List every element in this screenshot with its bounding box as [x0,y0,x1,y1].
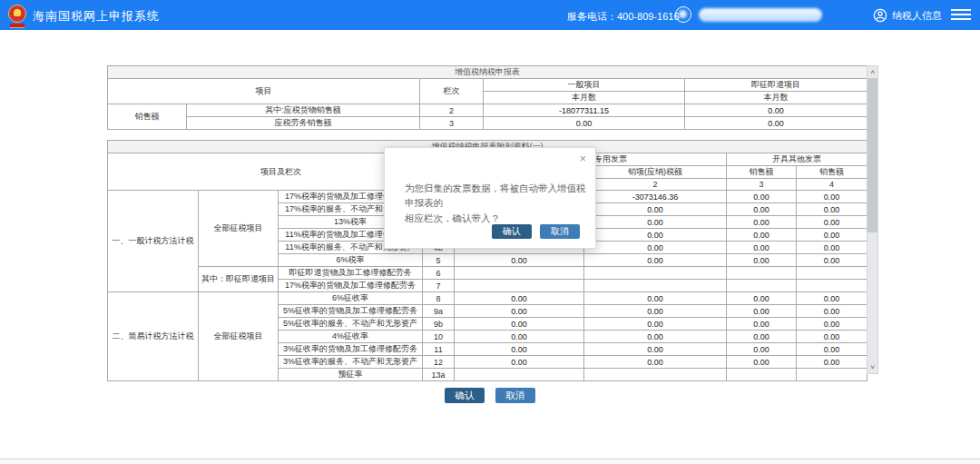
t2-cell-value: 0.00 [584,343,727,356]
t2-cell-value: 0.00 [584,292,727,305]
t2-cell-value: 0.00 [727,229,797,242]
import-confirm-dialog: × 为您归集的发票数据，将被自动带入增值税申报表的 相应栏次，确认带入？ 确认 … [384,147,596,249]
t1-header-month: 本月数 [685,92,867,104]
taxpayer-info-button[interactable]: 纳税人信息 [873,7,942,24]
t2-cell-value: 0.00 [727,292,797,305]
page-actions: 确认 取消 [0,388,980,403]
t2-cell-value [727,369,797,381]
page: 海南国税网上申报系统 服务电话：400-809-1616 纳税人信息 增值税纳税… [0,0,980,464]
hamburger-menu-button[interactable] [951,9,971,21]
scroll-up-icon[interactable]: ˄ [867,66,877,78]
t2-cell-value: 0.00 [797,216,867,229]
cancel-button[interactable]: 取消 [495,388,535,403]
dialog-cancel-button[interactable]: 取消 [540,224,580,239]
vertical-scrollbar[interactable]: ˄ ˅ [867,65,878,374]
vat-return-table: 增值税纳税申报表 项目 栏次 一般项目 即征即退项目 本月数 本月数 销售额 其… [107,65,867,130]
t2-cell-value: 0.00 [727,191,797,203]
t2-cell-value: 0.00 [797,191,867,203]
t1-row-label: 应税劳务销售额 [187,117,420,130]
t2-row-subcategory: 其中：即征即退项目 [199,267,279,292]
t2-cell-value: 0.00 [584,305,727,318]
dialog-message: 为您归集的发票数据，将被自动带入增值税申报表的 相应栏次，确认带入？ [405,181,586,225]
t1-cell-value: 0.00 [685,104,867,117]
t2-cell-value [584,267,727,280]
table-row: 应税劳务销售额 3 0.00 0.00 [108,117,867,130]
t2-row-label: 6%税率 [279,254,423,267]
t2-cell-value: 0.00 [455,343,584,356]
table-row: 销售额 其中:应税货物销售额 2 -18077311.15 0.00 [108,104,867,117]
t2-col-number: 2 [584,179,727,191]
t2-row-label: 3%征收率的货物及加工修理修配劳务 [279,343,423,356]
t2-cell-value [797,369,867,381]
t2-row-label: 5%征收率的服务、不动产和无形资产 [279,318,423,331]
service-phone: 服务电话：400-809-1616 [567,10,680,24]
confirm-button[interactable]: 确认 [445,388,485,403]
t2-cell-value: 0.00 [797,242,867,254]
t2-cell-value: 0.00 [797,356,867,369]
t2-cell-value: 0.00 [584,242,727,254]
t1-cell-value: 0.00 [685,117,867,130]
t2-row-subcategory: 全部征税项目 [199,292,279,381]
t2-cell-value [797,280,867,292]
t2-cell-value: 0.00 [455,254,584,267]
t2-cell-value [455,267,584,280]
close-icon[interactable]: × [579,153,586,164]
t2-cell-value: 0.00 [455,292,584,305]
t2-cell-value: 0.00 [584,203,727,216]
t2-col-no: 12 [423,356,455,369]
tax-emblem-logo [8,5,26,23]
t2-col-no: 6 [423,267,455,280]
t2-cell-value [584,369,727,381]
org-badge-icon [675,6,691,23]
t2-cell-value: -3073146.36 [584,191,727,203]
t2-cell-value: 0.00 [727,343,797,356]
redacted-company-name [699,8,822,22]
scrollbar-thumb[interactable] [867,78,877,232]
t2-row-label: 5%征收率的货物及加工修理修配劳务 [279,305,423,318]
user-icon [873,8,887,23]
table-row: 其中：即征即退项目 即征即退货物及加工修理修配劳务 6 [108,267,867,280]
t2-cell-value: 0.00 [727,305,797,318]
dialog-confirm-button[interactable]: 确认 [492,224,532,239]
tax-emblem-ribbon [10,24,24,28]
t2-cell-value: 0.00 [797,318,867,331]
t2-cell-value: 0.00 [797,292,867,305]
t1-header-general: 一般项目 [484,79,685,92]
t2-col-no: 9a [423,305,455,318]
t2-cell-value: 0.00 [455,331,584,343]
t2-cell-value: 0.00 [797,229,867,242]
t2-row-label: 4%征收率 [279,331,423,343]
t2-cell-value: 0.00 [455,318,584,331]
t2-cell-value: 0.00 [455,305,584,318]
t2-cell-value: 0.00 [727,242,797,254]
t2-cell-value [455,369,584,381]
t2-row-label: 17%税率的货物及加工修理修配劳务 [279,280,423,292]
t1-header-colno: 栏次 [420,79,484,104]
t2-cell-value: 0.00 [584,254,727,267]
t2-col-no: 7 [423,280,455,292]
t2-col-no: 9b [423,318,455,331]
table-row: 二、简易计税方法计税 全部征税项目 6%征收率 8 0.00 0.00 0.00… [108,292,867,305]
t2-col-no: 11 [423,343,455,356]
t2-cell-value: 0.00 [584,216,727,229]
t2-cell-value: 0.00 [727,216,797,229]
scroll-down-icon[interactable]: ˅ [867,361,877,373]
t2-row-subcategory: 全部征税项目 [199,191,279,267]
t2-header-other-invoice: 开具其他发票 [727,153,867,166]
t2-cell-value: 0.00 [797,203,867,216]
t2-row-label: 预征率 [279,369,423,381]
t2-cell-value: 0.00 [727,318,797,331]
t2-cell-value: 0.00 [727,356,797,369]
t2-row-label: 即征即退货物及加工修理修配劳务 [279,267,423,280]
t2-cell-value [455,280,584,292]
t2-col-no: 8 [423,292,455,305]
t1-header-month: 本月数 [484,92,685,104]
table1-title: 增值税纳税申报表 [108,66,867,79]
t2-cell-value: 0.00 [455,356,584,369]
t2-cell-value: 0.00 [584,229,727,242]
t2-col-no: 10 [423,331,455,343]
t2-cell-value: 0.00 [797,305,867,318]
t2-cell-value: 0.00 [727,254,797,267]
t2-cell-value [797,267,867,280]
t2-cell-value: 0.00 [797,343,867,356]
